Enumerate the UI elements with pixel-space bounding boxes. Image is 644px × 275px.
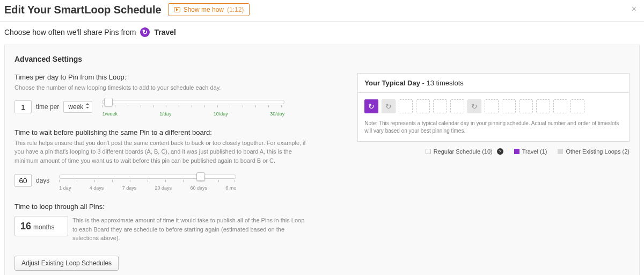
times-scale-mid2: 10/day [214, 111, 228, 117]
wait-input[interactable] [14, 174, 32, 187]
times-per-day-title: Times per day to Pin from this Loop: [14, 73, 347, 81]
wait-title: Time to wait before publishing the same … [14, 128, 347, 136]
help-icon[interactable]: ? [497, 148, 503, 155]
times-scale-max: 30/day [270, 111, 284, 117]
timeslot-empty [416, 99, 430, 113]
advanced-settings-title: Advanced Settings [14, 55, 630, 63]
wait-help: This rule helps ensure that you don't po… [14, 139, 315, 165]
loop-time-value: 16 [20, 221, 31, 232]
timeslot-empty [450, 99, 464, 113]
times-scale-min: 1/week [102, 111, 118, 117]
timeslot-travel: ↻ [364, 99, 378, 113]
timeslot-other: ↻ [467, 99, 481, 113]
choose-frequency-text: Choose how often we'll share Pins from [4, 28, 136, 37]
swatch-regular [426, 149, 431, 154]
times-input[interactable] [14, 100, 32, 113]
timeslot-empty [570, 99, 584, 113]
timeslot-other: ↻ [382, 99, 396, 113]
typical-day-title: Your Typical Day [364, 79, 420, 87]
legend: Regular Schedule (10)? Travel (1) Other … [357, 148, 630, 155]
typical-day-header: Your Typical Day - 13 timeslots [358, 74, 629, 93]
wait-scale-c: 7 days [122, 185, 137, 191]
timeslot-empty [519, 99, 533, 113]
timeslot-empty [553, 99, 567, 113]
legend-other: Other Existing Loops (2) [566, 148, 630, 155]
show-me-how-button[interactable]: Show me how (1:12) [168, 3, 250, 16]
wait-scale-e: 60 days [190, 185, 207, 191]
swatch-travel [514, 149, 519, 154]
legend-regular: Regular Schedule (10) [434, 148, 493, 155]
swatch-other [558, 149, 563, 154]
timeslot-empty [433, 99, 447, 113]
refresh-icon: ↻ [471, 102, 478, 111]
timeslot-empty [536, 99, 550, 113]
per-unit-select[interactable]: week [63, 101, 92, 113]
loop-time-help: This is the approximate amount of time i… [72, 216, 309, 243]
timeslot-row: ↻ ↻ ↻ [364, 99, 623, 113]
refresh-icon: ↻ [385, 102, 392, 111]
typical-day-note: Note: This represents a typical calendar… [364, 120, 623, 135]
timeslot-empty [485, 99, 499, 113]
play-icon [174, 7, 180, 12]
timeslot-empty [502, 99, 516, 113]
typical-day-count: - 13 timeslots [420, 79, 464, 87]
close-icon[interactable]: × [632, 4, 636, 14]
per-label: time per [36, 103, 59, 111]
show-me-how-label: Show me how [184, 6, 224, 13]
loop-time-display: 16 months [14, 216, 68, 236]
timeslot-empty [399, 99, 413, 113]
wait-slider[interactable]: 1 day 4 days 7 days 20 days 60 days 6 mo [59, 170, 236, 191]
times-per-day-help: Choose the number of new looping timeslo… [14, 83, 315, 92]
adjust-loops-button[interactable]: Adjust Existing Loop Schedules [14, 256, 119, 271]
page-title: Edit Your SmartLoop Schedule [4, 4, 162, 16]
loop-name: Travel [154, 28, 175, 37]
times-slider[interactable]: 1/week 1/day 10/day 30/day [102, 98, 284, 117]
typical-day-panel: Your Typical Day - 13 timeslots ↻ ↻ ↻ [357, 73, 630, 142]
per-unit-value: week [68, 103, 83, 111]
loop-time-title: Time to loop through all Pins: [14, 202, 347, 211]
wait-scale-d: 20 days [155, 185, 172, 191]
wait-scale-a: 1 day [59, 185, 71, 191]
wait-unit: days [36, 177, 49, 184]
loop-time-unit: months [33, 223, 54, 231]
show-me-how-time: (1:12) [227, 6, 244, 13]
wait-scale-b: 4 days [90, 185, 104, 191]
loop-icon: ↻ [140, 27, 150, 37]
wait-scale-f: 6 mo [225, 185, 236, 191]
legend-travel: Travel (1) [522, 148, 547, 155]
times-scale-mid1: 1/day [159, 111, 171, 117]
refresh-icon: ↻ [368, 102, 375, 111]
